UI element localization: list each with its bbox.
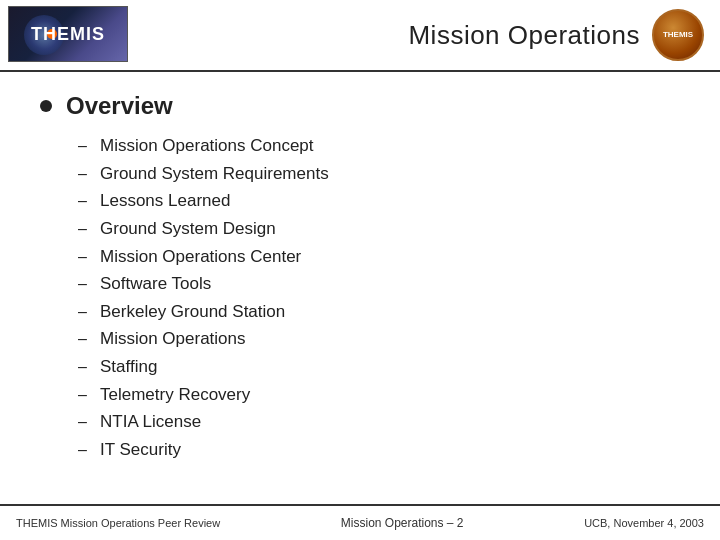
dash-icon: –: [78, 165, 90, 183]
list-item: – Lessons Learned: [78, 189, 680, 214]
header-icon-circle: THEMIS: [652, 9, 704, 61]
header: THEMIS Mission Operations THEMIS: [0, 0, 720, 72]
dash-icon: –: [78, 358, 90, 376]
item-text: NTIA License: [100, 410, 201, 435]
list-item: – Berkeley Ground Station: [78, 300, 680, 325]
header-icon-text: THEMIS: [663, 31, 693, 40]
item-text: Mission Operations Concept: [100, 134, 314, 159]
header-icon: THEMIS: [652, 9, 704, 61]
item-text: Telemetry Recovery: [100, 383, 250, 408]
footer-left: THEMIS Mission Operations Peer Review: [16, 517, 220, 529]
list-item: – NTIA License: [78, 410, 680, 435]
footer-center: Mission Operations – 2: [341, 516, 464, 530]
dash-icon: –: [78, 248, 90, 266]
bullet-icon: [40, 100, 52, 112]
item-text: Mission Operations: [100, 327, 246, 352]
dash-icon: –: [78, 303, 90, 321]
dash-icon: –: [78, 220, 90, 238]
list-item: – Ground System Design: [78, 217, 680, 242]
dash-icon: –: [78, 192, 90, 210]
item-text: Lessons Learned: [100, 189, 230, 214]
logo-container: THEMIS: [8, 6, 128, 62]
list-item: – Telemetry Recovery: [78, 383, 680, 408]
footer-right: UCB, November 4, 2003: [584, 517, 704, 529]
item-text: Ground System Requirements: [100, 162, 329, 187]
item-text: Ground System Design: [100, 217, 276, 242]
list-item: – Mission Operations Concept: [78, 134, 680, 159]
footer: THEMIS Mission Operations Peer Review Mi…: [0, 504, 720, 540]
overview-header: Overview: [40, 92, 680, 120]
dash-icon: –: [78, 137, 90, 155]
overview-list: – Mission Operations Concept – Ground Sy…: [40, 134, 680, 463]
list-item: – Software Tools: [78, 272, 680, 297]
item-text: IT Security: [100, 438, 181, 463]
overview-title: Overview: [66, 92, 173, 120]
list-item: – Staffing: [78, 355, 680, 380]
logo-box: THEMIS: [8, 6, 128, 62]
dash-icon: –: [78, 386, 90, 404]
content-area: Overview – Mission Operations Concept – …: [0, 72, 720, 504]
dash-icon: –: [78, 275, 90, 293]
list-item: – Mission Operations: [78, 327, 680, 352]
dash-icon: –: [78, 441, 90, 459]
item-text: Software Tools: [100, 272, 211, 297]
logo-text: THEMIS: [31, 24, 105, 45]
list-item: – IT Security: [78, 438, 680, 463]
item-text: Staffing: [100, 355, 157, 380]
list-item: – Ground System Requirements: [78, 162, 680, 187]
dash-icon: –: [78, 413, 90, 431]
header-title: Mission Operations: [408, 20, 640, 51]
item-text: Mission Operations Center: [100, 245, 301, 270]
dash-icon: –: [78, 330, 90, 348]
list-item: – Mission Operations Center: [78, 245, 680, 270]
slide: THEMIS Mission Operations THEMIS Overvie…: [0, 0, 720, 540]
item-text: Berkeley Ground Station: [100, 300, 285, 325]
